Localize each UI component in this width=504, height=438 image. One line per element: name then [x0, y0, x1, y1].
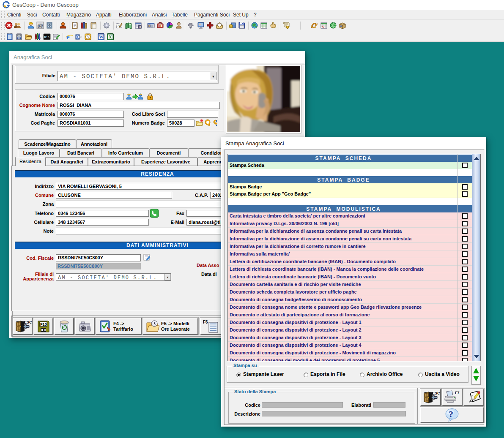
svg-text:ESC: ESC	[432, 391, 440, 395]
svg-text:W: W	[99, 35, 104, 39]
svg-text:?: ?	[449, 409, 453, 419]
svg-text:H: H	[159, 24, 161, 27]
svg-text:ESC: ESC	[24, 320, 32, 324]
svg-text:F10: F10	[40, 322, 47, 326]
svg-text:@: @	[38, 22, 43, 29]
svg-text:12: 12	[139, 26, 142, 28]
svg-text:F6: F6	[203, 320, 208, 324]
svg-text:C:\: C:\	[44, 35, 50, 39]
svg-text:F7: F7	[455, 391, 460, 395]
svg-text:X: X	[109, 35, 112, 39]
